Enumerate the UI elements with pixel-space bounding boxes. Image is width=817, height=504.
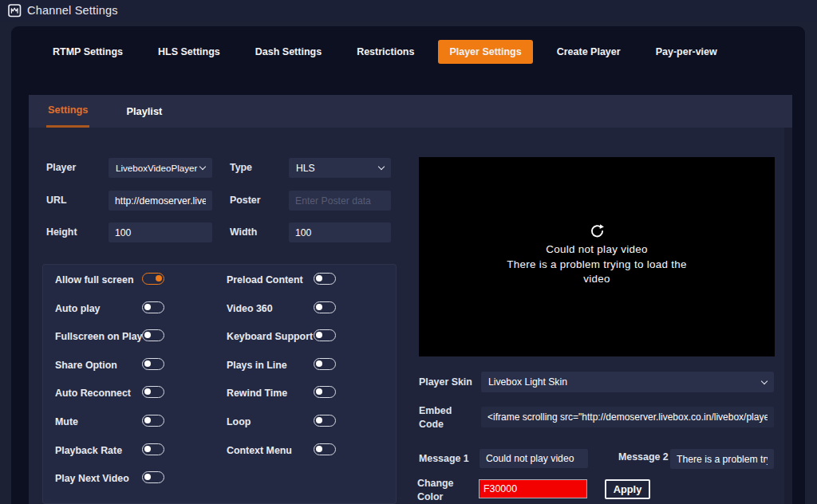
option-label: Fullscreen on Play: [55, 331, 143, 342]
page-title: Channel Settings: [27, 0, 118, 22]
height-label: Height: [46, 222, 77, 242]
player-options-box: Allow full screen Auto play Fullscreen o…: [42, 264, 397, 504]
option-label: Loop: [227, 416, 251, 427]
toggle-preload-content[interactable]: [314, 273, 336, 285]
type-select[interactable]: HLS: [289, 158, 391, 178]
option-row: Auto Reconnect: [55, 385, 219, 414]
sub-tab-bar: Settings Playlist: [29, 95, 792, 128]
options-column-left: Allow full screen Auto play Fullscreen o…: [55, 272, 219, 499]
option-row: Playback Rate: [55, 443, 219, 471]
toggle-knob: [156, 275, 162, 282]
message2-input[interactable]: [670, 449, 774, 469]
option-label: Auto play: [55, 303, 100, 314]
subtab-playlist[interactable]: Playlist: [124, 95, 164, 128]
toggle-knob: [144, 360, 151, 367]
error-line-1: Could not play video: [419, 242, 775, 258]
tab-player-settings[interactable]: Player Settings: [438, 40, 532, 64]
option-label: Video 360: [227, 303, 273, 314]
chevron-down-icon: [761, 377, 768, 384]
toggle-fullscreen-on-play[interactable]: [142, 329, 164, 341]
toggle-rewind-time[interactable]: [314, 386, 336, 398]
option-label: Allow full screen: [55, 274, 133, 285]
toggle-knob: [316, 304, 322, 310]
tab-dash-settings[interactable]: Dash Settings: [244, 40, 333, 64]
embed-code-label: EmbedCode: [419, 404, 452, 431]
toggle-knob: [316, 332, 322, 338]
toggle-loop[interactable]: [314, 415, 336, 427]
width-label: Width: [230, 222, 257, 242]
option-label: Auto Reconnect: [55, 388, 131, 399]
error-line-3: video: [419, 272, 775, 287]
option-row: Fullscreen on Play: [55, 329, 219, 357]
toggle-knob: [144, 304, 151, 310]
option-label: Preload Content: [227, 274, 303, 285]
player-select[interactable]: LiveboxVideoPlayer: [109, 158, 212, 178]
settings-card: RTMP Settings HLS Settings Dash Settings…: [11, 26, 805, 504]
option-label: Plays in Line: [227, 360, 287, 371]
toggle-knob: [316, 388, 322, 395]
toggle-knob: [144, 474, 151, 480]
player-skin-value: Livebox Light Skin: [488, 376, 567, 388]
toggle-keyboard-support[interactable]: [314, 329, 336, 341]
option-label: Keyboard Support: [227, 331, 313, 342]
toggle-auto-play[interactable]: [142, 301, 164, 313]
option-row: Share Option: [55, 357, 219, 386]
toggle-plays-in-line[interactable]: [314, 358, 336, 370]
option-row: Context Menu: [227, 443, 390, 471]
tab-restrictions[interactable]: Restrictions: [345, 40, 425, 64]
message1-input[interactable]: [480, 449, 588, 468]
player-select-value: LiveboxVideoPlayer: [116, 163, 197, 173]
option-row: Video 360: [227, 301, 390, 329]
toggle-knob: [144, 388, 151, 395]
height-input[interactable]: [109, 222, 212, 242]
channel-settings-page: Channel Settings RTMP Settings HLS Setti…: [0, 0, 817, 504]
url-input[interactable]: [109, 191, 212, 211]
embed-code-input[interactable]: [481, 407, 774, 427]
livebox-logo-icon: [8, 4, 22, 18]
toggle-mute[interactable]: [142, 415, 164, 427]
tab-hls-settings[interactable]: HLS Settings: [147, 40, 231, 64]
video-player-preview: Could not play video There is a problem …: [419, 157, 775, 356]
main-tab-bar: RTMP Settings HLS Settings Dash Settings…: [41, 40, 728, 64]
toggle-auto-reconnect[interactable]: [142, 386, 164, 398]
toggle-allow-full-screen[interactable]: [142, 273, 164, 285]
app-header: Channel Settings: [0, 0, 817, 22]
poster-input[interactable]: [289, 191, 391, 211]
player-skin-select[interactable]: Livebox Light Skin: [481, 372, 774, 392]
toggle-playback-rate[interactable]: [142, 443, 164, 455]
tab-create-player[interactable]: Create Player: [546, 40, 632, 64]
subtab-settings[interactable]: Settings: [46, 95, 89, 128]
toggle-knob: [316, 275, 322, 282]
option-label: Context Menu: [227, 445, 292, 456]
option-row: Loop: [227, 414, 390, 443]
toggle-knob: [316, 446, 322, 452]
option-row: Rewind Time: [227, 385, 390, 414]
toggle-video-360[interactable]: [314, 301, 336, 313]
option-label: Share Option: [55, 360, 117, 371]
change-color-input[interactable]: [479, 479, 587, 498]
option-row: Play Next Video: [55, 471, 219, 499]
player-error-message: Could not play video There is a problem …: [419, 222, 775, 287]
toggle-share-option[interactable]: [142, 358, 164, 370]
url-label: URL: [46, 191, 66, 211]
player-skin-label: Player Skin: [419, 376, 472, 389]
toggle-knob: [144, 446, 151, 452]
width-input[interactable]: [289, 222, 391, 242]
option-row: Keyboard Support: [227, 329, 390, 357]
change-color-label: ChangeColor: [417, 477, 453, 504]
reload-icon: [589, 222, 606, 239]
tab-rtmp-settings[interactable]: RTMP Settings: [41, 40, 134, 64]
toggle-knob: [316, 417, 322, 423]
option-row: Mute: [55, 414, 219, 443]
option-row: Allow full screen: [55, 272, 219, 301]
apply-button[interactable]: Apply: [605, 479, 650, 499]
toggle-play-next-video[interactable]: [142, 471, 164, 483]
type-select-value: HLS: [296, 163, 315, 174]
type-label: Type: [230, 158, 252, 178]
tab-pay-per-view[interactable]: Pay-per-view: [645, 40, 728, 64]
panel-scrollbar[interactable]: [784, 128, 792, 504]
chevron-down-icon: [378, 163, 385, 170]
toggle-context-menu[interactable]: [314, 443, 336, 455]
option-row: Auto play: [55, 301, 219, 329]
option-label: Play Next Video: [55, 473, 129, 484]
